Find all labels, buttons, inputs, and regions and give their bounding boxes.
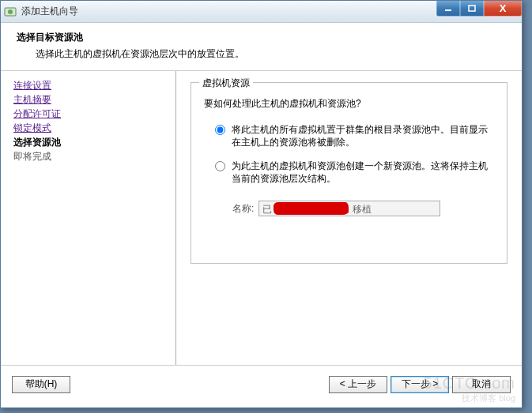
wizard-steps-sidebar: 连接设置 主机摘要 分配许可证 锁定模式 选择资源池 即将完成 [1,71,176,365]
group-question: 要如何处理此主机的虚拟机和资源池? [204,97,494,111]
option-new-pool-label: 为此主机的虚拟机和资源池创建一个新资源池。这将保持主机当前的资源池层次结构。 [232,160,494,185]
svg-rect-3 [469,6,475,11]
svg-point-1 [8,9,13,14]
wizard-footer: 帮助(H) < 上一步 下一步 > 取消 [1,365,522,403]
wizard-body: 连接设置 主机摘要 分配许可证 锁定模式 选择资源池 即将完成 虚拟机资源 要如… [1,71,522,365]
wizard-header: 选择目标资源池 选择此主机的虚拟机在资源池层次中的放置位置。 [1,23,522,71]
sidebar-item-license[interactable]: 分配许可证 [13,107,169,120]
sidebar-item-connection[interactable]: 连接设置 [13,79,169,92]
maximize-button[interactable] [460,1,484,17]
pool-name-label: 名称: [232,202,254,216]
redacted-text [274,202,349,215]
sidebar-item-resource-pool: 选择资源池 [13,136,169,148]
window-controls: X [436,1,522,17]
cancel-button[interactable]: 取消 [452,376,511,393]
titlebar: 添加主机向导 X [1,1,522,23]
minimize-button[interactable] [436,1,460,17]
next-button[interactable]: 下一步 > [391,376,449,393]
help-button[interactable]: 帮助(H) [12,376,70,393]
app-icon [4,6,17,18]
radio-root-pool[interactable] [215,125,225,135]
sidebar-item-summary[interactable]: 主机摘要 [13,93,169,106]
option-root-pool[interactable]: 将此主机的所有虚拟机置于群集的根目录资源池中。目前显示在主机上的资源池将被删除。 [204,123,494,148]
pool-name-row: 名称: 已 移植 [204,201,494,216]
close-button[interactable]: X [484,1,522,17]
option-new-pool[interactable]: 为此主机的虚拟机和资源池创建一个新资源池。这将保持主机当前的资源池层次结构。 [204,160,494,185]
sidebar-item-ready: 即将完成 [13,150,169,163]
group-title: 虚拟机资源 [199,77,253,90]
pool-name-input[interactable]: 已 移植 [258,201,440,216]
svg-rect-2 [445,9,451,11]
vm-resources-group: 虚拟机资源 要如何处理此主机的虚拟机和资源池? 将此主机的所有虚拟机置于群集的根… [191,82,507,264]
wizard-window: 添加主机向导 X 选择目标资源池 选择此主机的虚拟机在资源池层次中的放置位置。 … [0,0,523,408]
sidebar-item-lockdown[interactable]: 锁定模式 [13,122,169,134]
page-description: 选择此主机的虚拟机在资源池层次中的放置位置。 [36,47,506,61]
page-title: 选择目标资源池 [17,31,506,44]
window-title: 添加主机向导 [21,5,78,18]
option-root-pool-label: 将此主机的所有虚拟机置于群集的根目录资源池中。目前显示在主机上的资源池将被删除。 [232,123,494,148]
wizard-content: 虚拟机资源 要如何处理此主机的虚拟机和资源池? 将此主机的所有虚拟机置于群集的根… [176,71,522,365]
back-button[interactable]: < 上一步 [329,376,387,393]
radio-new-pool[interactable] [215,161,225,171]
